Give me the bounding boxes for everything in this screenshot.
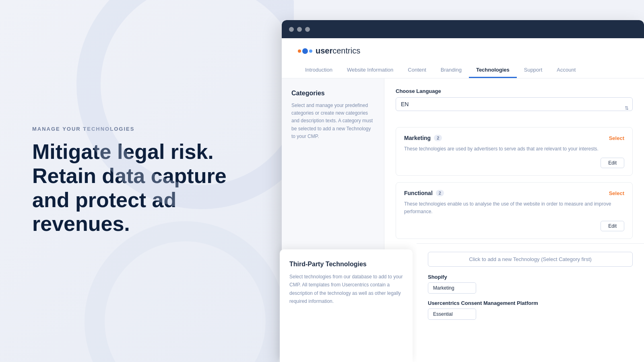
browser-dot-3 xyxy=(305,27,310,32)
logo-area: usercentrics xyxy=(298,46,628,56)
select-link-marketing[interactable]: Select xyxy=(609,135,624,141)
logo-dot-orange xyxy=(298,49,301,53)
category-header-functional: Functional 2 Select xyxy=(404,190,624,196)
tech-item-usercentrics: Usercentrics Consent Management Platform… xyxy=(428,300,633,320)
logo-text: usercentrics xyxy=(316,46,360,56)
tech-tag-shopify: Marketing xyxy=(428,282,476,294)
bottom-right-panel: Click to add a new Technology (Select Ca… xyxy=(417,243,644,362)
nav-tabs: Introduction Website Information Content… xyxy=(298,63,628,78)
tab-website-information[interactable]: Website Information xyxy=(340,63,400,78)
tech-item-shopify: Shopify Marketing xyxy=(428,274,633,294)
lower-card-text: Select technologies from our database to… xyxy=(289,273,403,306)
language-select-wrapper[interactable]: EN DE FR xyxy=(396,97,633,119)
logo-text-light: centrics xyxy=(332,46,360,55)
category-name-functional: Functional 2 xyxy=(404,190,444,196)
category-name-marketing: Marketing 2 xyxy=(404,135,442,141)
category-label-functional: Functional xyxy=(404,190,433,196)
category-badge-marketing: 2 xyxy=(434,135,442,141)
tab-branding[interactable]: Branding xyxy=(433,63,469,78)
browser-dot-2 xyxy=(297,27,302,32)
category-desc-marketing: These technologies are used by advertise… xyxy=(404,145,624,153)
lower-card-title: Third-Party Technologies xyxy=(289,261,403,268)
sidebar-description: Select and manage your predefined catego… xyxy=(291,102,374,140)
tab-content[interactable]: Content xyxy=(400,63,433,78)
bottom-left-card: Third-Party Technologies Select technolo… xyxy=(280,249,413,362)
tab-introduction[interactable]: Introduction xyxy=(298,63,340,78)
select-link-functional[interactable]: Select xyxy=(609,190,624,196)
browser-dot-1 xyxy=(289,27,294,32)
clearfix-functional: Edit xyxy=(404,221,624,231)
language-select[interactable]: EN DE FR xyxy=(396,97,633,111)
sidebar-title: Categories xyxy=(291,90,374,97)
add-technology-button[interactable]: Click to add a new Technology (Select Ca… xyxy=(428,252,633,267)
logo-icon xyxy=(298,48,312,54)
browser-titlebar xyxy=(282,20,644,38)
category-badge-functional: 2 xyxy=(436,190,444,196)
edit-button-marketing[interactable]: Edit xyxy=(601,158,624,168)
clearfix: Edit xyxy=(404,158,624,168)
category-card-marketing: Marketing 2 Select These technologies ar… xyxy=(396,127,633,176)
edit-button-functional[interactable]: Edit xyxy=(601,221,624,231)
main-heading: Mitigate legal risk. Retain data capture… xyxy=(32,140,262,236)
logo-text-bold: user xyxy=(316,46,332,55)
category-header-marketing: Marketing 2 Select xyxy=(404,135,624,141)
choose-language-label: Choose Language xyxy=(396,88,633,94)
category-label-marketing: Marketing xyxy=(404,135,431,141)
tech-name-usercentrics: Usercentrics Consent Management Platform xyxy=(428,300,633,306)
tab-account[interactable]: Account xyxy=(549,63,583,78)
tech-tag-usercentrics: Essential xyxy=(428,309,476,320)
category-card-functional: Functional 2 Select These technologies e… xyxy=(396,182,633,239)
logo-dot-blue-small xyxy=(309,49,312,53)
tech-name-shopify: Shopify xyxy=(428,274,633,280)
left-panel: MANAGE YOUR TECHNOLOGIES Mitigate legal … xyxy=(0,0,294,362)
category-desc-functional: These technologies enable us to analyse … xyxy=(404,200,624,216)
logo-dot-blue-large xyxy=(302,48,308,54)
app-header: usercentrics Introduction Website Inform… xyxy=(282,38,644,78)
tab-support[interactable]: Support xyxy=(517,63,550,78)
subtitle: MANAGE YOUR TECHNOLOGIES xyxy=(32,126,262,132)
tab-technologies[interactable]: Technologies xyxy=(469,63,517,78)
